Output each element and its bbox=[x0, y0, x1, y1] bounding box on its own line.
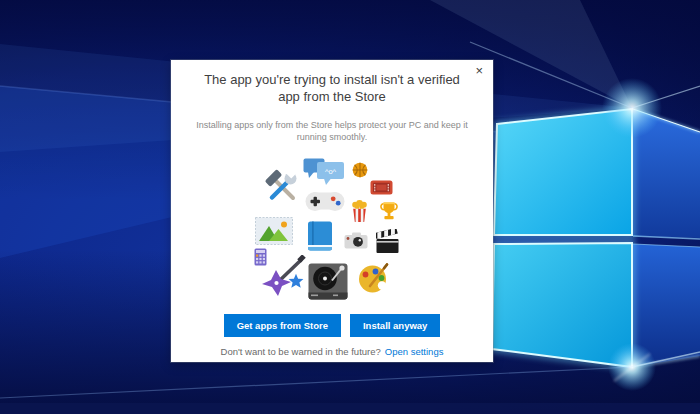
trophy-icon bbox=[379, 201, 399, 221]
chat-bubbles-icon: ^o^ bbox=[303, 158, 345, 188]
game-controller-icon bbox=[305, 189, 345, 214]
desktop: × The app you're trying to install isn't… bbox=[0, 0, 700, 414]
dialog-subtitle: Installing apps only from the Store help… bbox=[171, 120, 493, 143]
book-icon bbox=[307, 221, 333, 251]
store-warning-dialog: × The app you're trying to install isn't… bbox=[171, 60, 493, 362]
dialog-subtitle-line2: running smoothly. bbox=[171, 132, 493, 144]
star-icon bbox=[288, 273, 304, 289]
clapperboard-icon bbox=[376, 229, 400, 255]
dialog-title: The app you're trying to install isn't a… bbox=[171, 72, 493, 105]
picture-icon bbox=[255, 217, 293, 245]
dialog-title-line2: app from the Store bbox=[171, 89, 493, 106]
open-settings-link[interactable]: Open settings bbox=[385, 346, 444, 357]
install-anyway-button[interactable]: Install anyway bbox=[350, 314, 440, 337]
get-apps-from-store-button[interactable]: Get apps from Store bbox=[224, 314, 341, 337]
footer-question: Don't want to be warned in the future? bbox=[221, 346, 381, 357]
chat-emoticon-text: ^o^ bbox=[325, 167, 337, 176]
camera-icon bbox=[344, 232, 368, 249]
basketball-icon bbox=[352, 162, 368, 178]
ticket-icon bbox=[370, 180, 393, 195]
dialog-subtitle-line1: Installing apps only from the Store help… bbox=[171, 120, 493, 132]
turntable-icon bbox=[308, 263, 348, 301]
popcorn-icon bbox=[351, 200, 368, 222]
palette-icon bbox=[357, 262, 391, 293]
dialog-footer: Don't want to be warned in the future?Op… bbox=[171, 346, 493, 357]
app-icon-collage: ^o^ bbox=[207, 156, 457, 306]
tools-icon bbox=[262, 169, 300, 207]
dialog-buttons: Get apps from Store Install anyway bbox=[171, 314, 493, 337]
dialog-title-line1: The app you're trying to install isn't a… bbox=[171, 72, 493, 89]
